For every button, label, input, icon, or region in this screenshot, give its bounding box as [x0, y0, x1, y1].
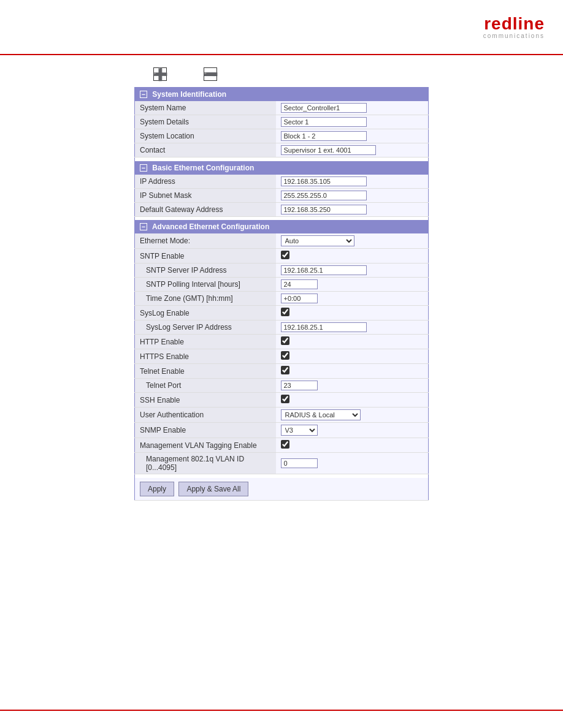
input-sntp-server-ip[interactable]: [281, 265, 367, 275]
input-ip-address[interactable]: [281, 176, 367, 186]
input-system-name[interactable]: [281, 103, 367, 113]
expand-controls: ➕ ➖: [153, 67, 217, 81]
footer: [0, 710, 563, 728]
label-contact: Contact: [135, 143, 276, 157]
expand-all-button[interactable]: ➕: [153, 67, 167, 81]
label-system-location: System Location: [135, 129, 276, 143]
checkbox-https-enable[interactable]: [281, 351, 289, 360]
label-vlan-id: Management 802.1q VLAN ID [0...4095]: [135, 453, 276, 474]
row-http-enable: HTTP Enable: [135, 335, 429, 349]
cell-sntp-polling: [276, 278, 429, 292]
input-system-details[interactable]: [281, 117, 367, 127]
label-syslog-server-ip: SysLog Server IP Address: [135, 320, 276, 335]
label-telnet-enable: Telnet Enable: [135, 364, 276, 379]
advanced-ethernet-label: Advanced Ethernet Configuration: [152, 222, 269, 231]
cell-ssh-enable: [276, 393, 429, 408]
row-telnet-enable: Telnet Enable: [135, 364, 429, 379]
label-system-name: System Name: [135, 101, 276, 115]
row-user-auth: User Authentication RADIUS & LocalLocalR…: [135, 408, 429, 423]
checkbox-telnet-enable[interactable]: [281, 366, 289, 374]
row-snmp-enable: SNMP Enable V3V2cV1Disabled: [135, 423, 429, 438]
row-ip-address: IP Address: [135, 175, 429, 189]
cell-subnet-mask: [276, 188, 429, 202]
collapse-all-button[interactable]: ➖: [204, 67, 217, 81]
row-mgmt-vlan-enable: Management VLAN Tagging Enable: [135, 438, 429, 453]
cell-syslog-enable: [276, 306, 429, 320]
input-subnet-mask[interactable]: [281, 191, 367, 200]
logo-sub: communications: [483, 32, 545, 39]
checkbox-sntp-enable[interactable]: [281, 251, 289, 259]
label-snmp-enable: SNMP Enable: [135, 423, 276, 438]
row-timezone: Time Zone (GMT) [hh:mm]: [135, 292, 429, 306]
label-sntp-server-ip: SNTP Server IP Address: [135, 264, 276, 278]
apply-button[interactable]: Apply: [140, 482, 174, 496]
cell-system-details: [276, 115, 429, 129]
row-vlan-id: Management 802.1q VLAN ID [0...4095]: [135, 453, 429, 474]
section-basic-ethernet: − Basic Ethernet Configuration: [135, 161, 429, 175]
row-sntp-server-ip: SNTP Server IP Address: [135, 264, 429, 278]
label-https-enable: HTTPS Enable: [135, 349, 276, 364]
row-telnet-port: Telnet Port: [135, 379, 429, 393]
label-timezone: Time Zone (GMT) [hh:mm]: [135, 292, 276, 306]
logo-text: redline: [483, 15, 545, 32]
label-syslog-enable: SysLog Enable: [135, 306, 276, 320]
config-table: − System Identification System Name Syst…: [134, 87, 429, 501]
cell-snmp-enable: V3V2cV1Disabled: [276, 423, 429, 438]
label-ethernet-mode: Ethernet Mode:: [135, 233, 276, 249]
cell-telnet-enable: [276, 364, 429, 379]
label-gateway: Default Gateway Address: [135, 202, 276, 216]
input-syslog-server-ip[interactable]: [281, 322, 367, 332]
cell-contact: [276, 143, 429, 157]
cell-sntp-enable: [276, 249, 429, 264]
collapse-basic-ethernet-icon[interactable]: −: [140, 164, 147, 172]
system-identification-label: System Identification: [152, 90, 226, 99]
input-system-location[interactable]: [281, 131, 367, 141]
select-ethernet-mode[interactable]: Auto10 Half10 Full100 Half100 Full: [281, 235, 354, 246]
collapse-system-icon[interactable]: −: [140, 91, 147, 98]
label-http-enable: HTTP Enable: [135, 335, 276, 349]
apply-save-button[interactable]: Apply & Save All: [178, 482, 248, 496]
buttons-cell: Apply Apply & Save All: [135, 478, 429, 501]
row-contact: Contact: [135, 143, 429, 157]
collapse-advanced-ethernet-icon[interactable]: −: [140, 223, 147, 230]
input-vlan-id[interactable]: [281, 458, 318, 468]
row-sntp-polling: SNTP Polling Interval [hours]: [135, 278, 429, 292]
input-gateway[interactable]: [281, 205, 367, 214]
input-timezone[interactable]: [281, 294, 318, 303]
label-system-details: System Details: [135, 115, 276, 129]
row-ethernet-mode: Ethernet Mode: Auto10 Half10 Full100 Hal…: [135, 233, 429, 249]
label-sntp-polling: SNTP Polling Interval [hours]: [135, 278, 276, 292]
cell-user-auth: RADIUS & LocalLocalRADIUS: [276, 408, 429, 423]
input-contact[interactable]: [281, 145, 376, 155]
cell-mgmt-vlan-enable: [276, 438, 429, 453]
checkbox-mgmt-vlan-enable[interactable]: [281, 440, 289, 449]
main-content: ➕ ➖ − System Identification System Name …: [0, 55, 563, 513]
label-mgmt-vlan-enable: Management VLAN Tagging Enable: [135, 438, 276, 453]
label-sntp-enable: SNTP Enable: [135, 249, 276, 264]
row-ssh-enable: SSH Enable: [135, 393, 429, 408]
label-telnet-port: Telnet Port: [135, 379, 276, 393]
cell-system-location: [276, 129, 429, 143]
cell-https-enable: [276, 349, 429, 364]
checkbox-syslog-enable[interactable]: [281, 308, 289, 316]
input-telnet-port[interactable]: [281, 381, 318, 390]
checkbox-http-enable[interactable]: [281, 336, 289, 345]
cell-timezone: [276, 292, 429, 306]
row-system-details: System Details: [135, 115, 429, 129]
buttons-row: Apply Apply & Save All: [135, 478, 429, 501]
checkbox-ssh-enable[interactable]: [281, 395, 289, 403]
cell-gateway: [276, 202, 429, 216]
row-system-location: System Location: [135, 129, 429, 143]
select-user-auth[interactable]: RADIUS & LocalLocalRADIUS: [281, 409, 361, 420]
input-sntp-polling[interactable]: [281, 279, 318, 289]
select-snmp-enable[interactable]: V3V2cV1Disabled: [281, 425, 318, 436]
section-system-identification: − System Identification: [135, 88, 429, 102]
label-ssh-enable: SSH Enable: [135, 393, 276, 408]
label-ip-address: IP Address: [135, 175, 276, 189]
row-subnet-mask: IP Subnet Mask: [135, 188, 429, 202]
row-syslog-enable: SysLog Enable: [135, 306, 429, 320]
cell-ip-address: [276, 175, 429, 189]
row-system-name: System Name: [135, 101, 429, 115]
cell-sntp-server-ip: [276, 264, 429, 278]
row-syslog-server-ip: SysLog Server IP Address: [135, 320, 429, 335]
